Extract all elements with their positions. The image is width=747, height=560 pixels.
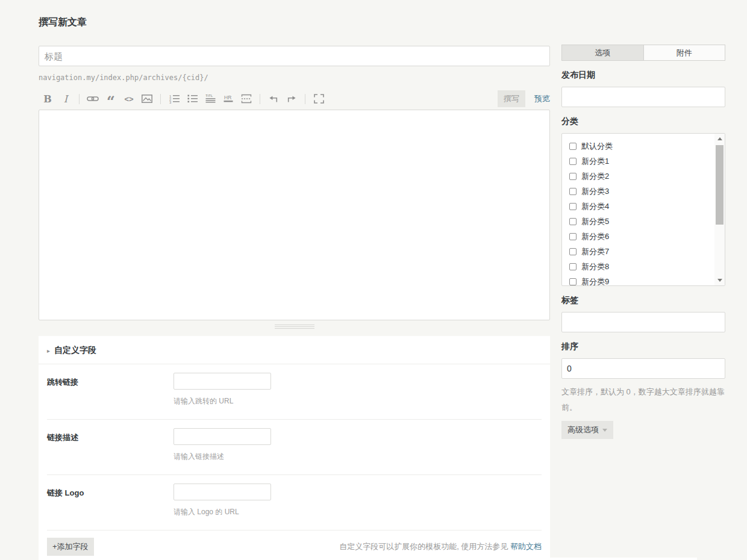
add-field-button[interactable]: +添加字段 xyxy=(47,538,94,556)
editor-mode-tabs: 撰写 预览 xyxy=(498,90,550,107)
svg-text:3: 3 xyxy=(169,100,172,104)
post-title-input[interactable] xyxy=(39,46,550,66)
category-item[interactable]: 新分类9 xyxy=(569,274,710,286)
tags-label: 标签 xyxy=(561,295,725,306)
tab-attachments[interactable]: 附件 xyxy=(643,45,726,61)
bold-icon[interactable]: B xyxy=(39,91,57,107)
permalink-hint: navigation.my/index.php/archives/{cid}/ xyxy=(39,73,550,82)
order-label: 排序 xyxy=(561,341,725,352)
hr-icon[interactable]: HR xyxy=(219,91,237,107)
custom-fields-footer: +添加字段 自定义字段可以扩展你的模板功能, 使用方法参见 帮助文档 xyxy=(47,530,542,560)
custom-field-row: 链接 Logo 请输入 Logo 的 URL xyxy=(47,475,542,530)
jump-link-input[interactable] xyxy=(173,373,271,390)
checkbox-icon[interactable] xyxy=(569,143,577,150)
page-break-icon[interactable] xyxy=(237,91,255,107)
checkbox-icon[interactable] xyxy=(569,218,577,225)
link-icon[interactable] xyxy=(84,91,102,107)
tags-input[interactable] xyxy=(561,312,725,332)
checkbox-icon[interactable] xyxy=(569,278,577,285)
custom-fields-title: 自定义字段 xyxy=(54,345,96,355)
image-icon[interactable] xyxy=(138,91,156,107)
italic-icon[interactable]: I xyxy=(57,91,75,107)
field-label: 跳转链接 xyxy=(47,373,173,406)
sidebar-tabs: 选项 附件 xyxy=(561,45,725,61)
order-input[interactable] xyxy=(561,358,725,379)
svg-text:TITL: TITL xyxy=(205,95,213,98)
category-item[interactable]: 新分类3 xyxy=(569,184,710,199)
checkbox-icon[interactable] xyxy=(569,203,577,210)
field-hint: 请输入 Logo 的 URL xyxy=(173,507,271,517)
category-item[interactable]: 新分类5 xyxy=(569,214,710,229)
category-item[interactable]: 新分类6 xyxy=(569,229,710,244)
field-hint: 请输入跳转的 URL xyxy=(173,396,271,406)
category-item-label: 新分类4 xyxy=(581,201,609,212)
options-sidebar: 选项 附件 发布日期 分类 默认分类 新分类1 新分类2 新分类3 xyxy=(561,45,725,439)
editor-resize-handle[interactable] xyxy=(275,325,314,329)
toolbar-divider xyxy=(160,94,161,104)
editor-content-area xyxy=(39,110,550,320)
category-item[interactable]: 新分类2 xyxy=(569,169,710,184)
ordered-list-icon[interactable]: 1 2 3 xyxy=(165,91,183,107)
category-list: 默认分类 新分类1 新分类2 新分类3 新分类4 新分类5 xyxy=(562,134,725,286)
category-item[interactable]: 新分类8 xyxy=(569,259,710,274)
code-icon[interactable]: <> xyxy=(120,91,138,107)
scroll-up-icon[interactable] xyxy=(714,134,725,144)
post-content-textarea[interactable] xyxy=(39,110,549,320)
toolbar-divider xyxy=(260,94,260,104)
quote-icon[interactable]: “ xyxy=(102,94,120,110)
custom-fields-help: 自定义字段可以扩展你的模板功能, 使用方法参见 帮助文档 xyxy=(339,541,542,552)
link-description-input[interactable] xyxy=(173,428,271,445)
help-text: 自定义字段可以扩展你的模板功能, 使用方法参见 xyxy=(339,542,508,551)
undo-icon[interactable] xyxy=(264,91,283,107)
scroll-down-icon[interactable] xyxy=(714,275,725,285)
scrollbar-thumb[interactable] xyxy=(716,145,724,225)
category-item[interactable]: 新分类4 xyxy=(569,199,710,214)
page-title: 撰写新文章 xyxy=(39,16,550,29)
custom-field-row: 跳转链接 请输入跳转的 URL xyxy=(47,364,542,420)
tab-write[interactable]: 撰写 xyxy=(498,90,525,107)
custom-field-row: 链接描述 请输入链接描述 xyxy=(47,420,542,475)
advanced-options-button[interactable]: 高级选项 xyxy=(561,421,613,439)
next-section-edge xyxy=(39,558,697,560)
checkbox-icon[interactable] xyxy=(569,173,577,180)
checkbox-icon[interactable] xyxy=(569,188,577,195)
category-list-box: 默认分类 新分类1 新分类2 新分类3 新分类4 新分类5 xyxy=(561,133,725,286)
redo-icon[interactable] xyxy=(283,91,301,107)
category-scrollbar[interactable] xyxy=(714,134,725,285)
field-label: 链接 Logo xyxy=(47,484,173,517)
checkbox-icon[interactable] xyxy=(569,233,577,240)
advanced-options-label: 高级选项 xyxy=(567,425,599,435)
publish-date-input[interactable] xyxy=(561,87,725,107)
field-hint: 请输入链接描述 xyxy=(173,452,271,462)
category-label: 分类 xyxy=(561,116,725,127)
category-item[interactable]: 新分类1 xyxy=(569,154,710,169)
main-column: 撰写新文章 navigation.my/index.php/archives/{… xyxy=(39,0,550,560)
category-item-label: 默认分类 xyxy=(581,141,613,152)
link-logo-input[interactable] xyxy=(173,484,271,500)
category-item-label: 新分类2 xyxy=(581,171,609,182)
checkbox-icon[interactable] xyxy=(569,158,577,165)
order-hint: 文章排序，默认为 0，数字越大文章排序就越靠前。 xyxy=(561,384,725,415)
editor-toolbar: B I “ <> 1 2 3 xyxy=(39,90,550,107)
toolbar-divider xyxy=(305,94,305,104)
tab-preview[interactable]: 预览 xyxy=(534,93,550,104)
unordered-list-icon[interactable] xyxy=(183,91,201,107)
category-item-label: 新分类1 xyxy=(581,156,609,167)
category-item-label: 新分类3 xyxy=(581,186,609,197)
custom-fields-panel: ▸自定义字段 跳转链接 请输入跳转的 URL 链接描述 请输入链接描述 链接 L… xyxy=(39,336,550,560)
toolbar-divider xyxy=(79,94,80,104)
category-item-label: 新分类8 xyxy=(581,261,609,272)
tab-options[interactable]: 选项 xyxy=(561,45,644,61)
custom-fields-header[interactable]: ▸自定义字段 xyxy=(39,336,550,364)
publish-date-label: 发布日期 xyxy=(561,70,725,81)
fullscreen-icon[interactable] xyxy=(310,91,328,107)
help-doc-link[interactable]: 帮助文档 xyxy=(510,542,542,551)
checkbox-icon[interactable] xyxy=(569,248,577,255)
heading-icon[interactable]: TITL xyxy=(201,91,219,107)
field-label: 链接描述 xyxy=(47,428,173,462)
category-item[interactable]: 默认分类 xyxy=(569,138,710,154)
chevron-down-icon xyxy=(602,429,607,432)
checkbox-icon[interactable] xyxy=(569,263,577,270)
category-item[interactable]: 新分类7 xyxy=(569,244,710,259)
svg-text:HR: HR xyxy=(224,95,231,101)
